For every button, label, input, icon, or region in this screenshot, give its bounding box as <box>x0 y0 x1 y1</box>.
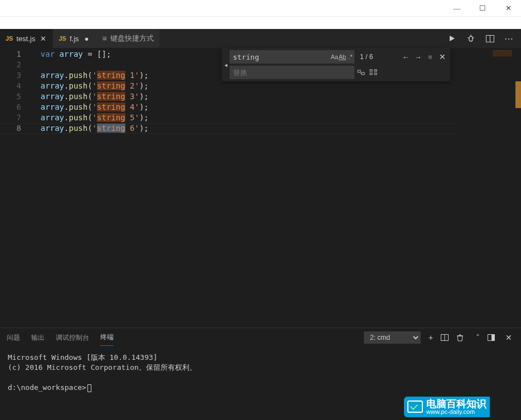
tab-keyboard-shortcuts[interactable]: ≡ 键盘快捷方式 <box>97 29 159 48</box>
watermark-url: www.pc-daily.com <box>426 409 486 415</box>
line-number: 6 <box>0 102 31 113</box>
code-line: array.push('string 5'); <box>31 113 521 123</box>
debug-icon[interactable] <box>463 29 479 48</box>
split-terminal-icon[interactable] <box>441 334 452 341</box>
replace-one-icon[interactable] <box>356 67 367 78</box>
next-match-icon[interactable]: → <box>412 51 423 62</box>
tab-label: 键盘快捷方式 <box>110 33 154 43</box>
kill-terminal-icon[interactable] <box>456 334 468 341</box>
terminal-line: Microsoft Windows [版本 10.0.14393] <box>8 353 513 363</box>
line-number: 5 <box>0 91 31 102</box>
maximize-panel-up-icon[interactable]: ˄ <box>472 333 483 342</box>
tab-label: test.js <box>16 35 35 43</box>
tab-f-js[interactable]: JS f.js ● <box>53 29 96 48</box>
js-file-icon: JS <box>59 35 66 42</box>
split-editor-icon[interactable] <box>482 29 498 48</box>
svg-rect-10 <box>374 70 377 71</box>
toggle-replace-icon[interactable]: ◂ <box>222 50 230 79</box>
match-count: 1 / 6 <box>356 53 377 61</box>
editor-area: 1 2 3 4 5 6 7 8 var array = []; array.pu… <box>0 48 521 328</box>
titlebar-gap <box>0 17 521 29</box>
panel-tabs: 问题 输出 调试控制台 终端 2: cmd + ˄ ✕ <box>0 328 521 347</box>
monitor-check-icon <box>407 401 423 413</box>
js-file-icon: JS <box>6 35 13 42</box>
svg-rect-15 <box>491 335 495 341</box>
find-input[interactable] <box>230 50 330 64</box>
terminal-line <box>8 373 513 383</box>
panel-actions: 2: cmd + ˄ ✕ <box>364 331 514 344</box>
maximize-button[interactable]: ☐ <box>470 0 495 17</box>
panel-tab-debug-console[interactable]: 调试控制台 <box>56 330 89 346</box>
close-search-icon[interactable]: ✕ <box>437 52 448 61</box>
terminal-selector[interactable]: 2: cmd <box>364 331 421 344</box>
panel-tab-problems[interactable]: 问题 <box>7 330 20 346</box>
close-window-button[interactable]: ✕ <box>495 0 521 17</box>
editor-tabbar: JS test.js ✕ JS f.js ● ≡ 键盘快捷方式 ⋯ <box>0 29 521 48</box>
terminal-prompt: d:\node_workspace> <box>8 383 513 393</box>
watermark-badge: 电脑百科知识 www.pc-daily.com <box>404 397 490 417</box>
code-line: array.push('string 2'); <box>31 81 521 91</box>
svg-rect-6 <box>358 70 361 72</box>
find-replace-widget: ◂ Aa Ab .* 1 / 6 ← → ≡ ✕ <box>222 48 450 81</box>
line-number: 3 <box>0 70 31 81</box>
replace-all-icon[interactable] <box>368 67 379 78</box>
svg-rect-8 <box>370 70 372 71</box>
match-case-icon[interactable]: Aa <box>330 51 338 62</box>
minimap[interactable] <box>462 50 512 330</box>
code-content[interactable]: var array = []; array.push('string 1'); … <box>31 48 521 328</box>
move-panel-icon[interactable] <box>488 334 499 341</box>
overview-ruler[interactable] <box>513 48 521 328</box>
line-gutter: 1 2 3 4 5 6 7 8 <box>0 48 31 328</box>
minimap-match-marks <box>493 50 512 56</box>
prev-match-icon[interactable]: ← <box>400 51 411 62</box>
new-terminal-icon[interactable]: + <box>425 333 436 342</box>
line-number: 4 <box>0 81 31 91</box>
watermark-title: 电脑百科知识 <box>426 399 486 409</box>
minimize-button[interactable]: — <box>444 0 470 17</box>
regex-icon[interactable]: .* <box>347 51 354 62</box>
svg-rect-7 <box>362 72 364 75</box>
run-icon[interactable] <box>444 29 460 48</box>
terminal-cursor <box>87 384 91 392</box>
tab-test-js[interactable]: JS test.js ✕ <box>0 29 53 48</box>
close-panel-icon[interactable]: ✕ <box>503 333 514 342</box>
panel-tab-output[interactable]: 输出 <box>31 330 45 346</box>
terminal-line: (c) 2016 Microsoft Corporation。保留所有权利。 <box>8 363 513 373</box>
replace-input[interactable] <box>230 66 354 79</box>
find-in-selection-icon[interactable]: ≡ <box>425 51 436 62</box>
panel-tab-terminal[interactable]: 终端 <box>100 329 114 346</box>
whole-word-icon[interactable]: Ab <box>338 51 346 62</box>
svg-rect-0 <box>469 36 473 41</box>
watermark: 电脑百科知识 www.pc-daily.com <box>404 393 521 420</box>
keyboard-icon: ≡ <box>103 34 107 43</box>
overview-match-mark <box>515 81 521 108</box>
more-actions-icon[interactable]: ⋯ <box>501 29 517 48</box>
window-titlebar: — ☐ ✕ <box>0 0 521 17</box>
line-number: 1 <box>0 49 31 60</box>
line-number: 7 <box>0 113 31 123</box>
close-tab-icon[interactable]: ✕ <box>38 35 47 43</box>
dirty-dot-icon[interactable]: ● <box>82 35 91 43</box>
svg-rect-9 <box>370 73 372 75</box>
svg-rect-11 <box>374 73 377 75</box>
code-line: array.push('string 3'); <box>31 91 521 102</box>
code-line: array.push('string 4'); <box>31 102 521 113</box>
line-number: 2 <box>0 60 31 70</box>
tab-label: f.js <box>70 35 79 43</box>
code-line: array.push('string 6'); <box>31 123 521 134</box>
tabbar-actions: ⋯ <box>444 29 521 48</box>
find-input-holder: Aa Ab .* <box>230 50 354 64</box>
